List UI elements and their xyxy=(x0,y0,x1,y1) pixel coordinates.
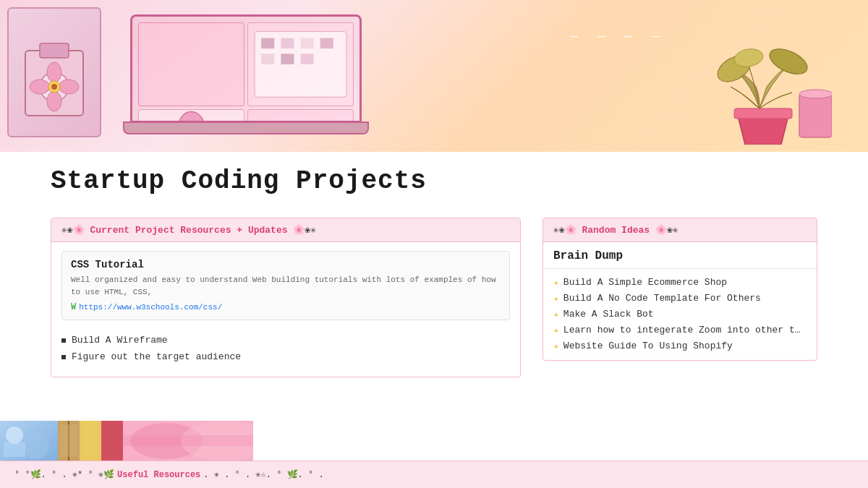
left-section-title: Current Project Resources + Updates xyxy=(90,225,287,236)
bullet-item-2-text: Figure out the target audience xyxy=(72,351,241,362)
svg-rect-33 xyxy=(4,442,25,457)
left-header-prefix-deco: ✳❀🌸 xyxy=(61,225,90,236)
svg-rect-1 xyxy=(40,43,69,58)
idea-text-4: Learn how to integerate Zoom into other … xyxy=(563,325,801,335)
banner-sparkles: — — — — xyxy=(570,29,665,43)
idea-item-1: ✦ Build A Simple Ecommerce Shop xyxy=(553,275,807,291)
sparkle-icon-1: ✦ xyxy=(553,277,559,288)
page-title: Startup Coding Projects xyxy=(51,166,817,196)
idea-list: ✦ Build A Simple Ecommerce Shop ✦ Build … xyxy=(543,269,817,360)
bottom-left-strip xyxy=(0,421,253,461)
columns-layout: ✳❀🌸 Current Project Resources + Updates … xyxy=(51,218,817,377)
svg-rect-39 xyxy=(101,421,123,461)
svg-point-32 xyxy=(23,433,49,459)
bullet-item-2: Figure out the target audience xyxy=(61,348,510,365)
link-card-title: CSS Tutorial xyxy=(71,259,501,270)
right-section-title: Random Ideas xyxy=(582,225,650,236)
svg-rect-12 xyxy=(301,38,314,49)
bullet-item-1: Build A Wireframe xyxy=(61,332,510,348)
svg-rect-13 xyxy=(320,38,333,49)
right-header-prefix-deco: ✳❀🌸 xyxy=(553,225,582,236)
link-card[interactable]: CSS Tutorial Well organized and easy to … xyxy=(61,251,510,320)
banner-left-decoration xyxy=(7,7,101,137)
bullet-item-1-text: Build A Wireframe xyxy=(72,335,168,346)
svg-point-28 xyxy=(799,90,832,98)
idea-text-3: Make A Slack Bot xyxy=(563,309,654,320)
right-header-suffix-deco: 🌸❀✳ xyxy=(650,225,678,236)
page-wrapper: — — — — xyxy=(0,0,868,488)
bottom-bar-text-before: ° °🌿. ° . ✳* ° ✳🌿 xyxy=(14,469,114,480)
left-section-box: ✳❀🌸 Current Project Resources + Updates … xyxy=(51,218,521,377)
sparkle-icon-2: ✦ xyxy=(553,293,559,304)
svg-rect-23 xyxy=(734,108,792,119)
banner-laptop-illustration xyxy=(94,7,398,145)
svg-point-4 xyxy=(47,91,61,111)
svg-point-6 xyxy=(59,80,79,94)
bottom-bar: ° °🌿. ° . ✳* ° ✳🌿 Useful Resources . ✳ .… xyxy=(0,461,868,488)
svg-point-31 xyxy=(6,427,23,444)
svg-rect-16 xyxy=(301,53,314,64)
main-content: Startup Coding Projects ✳❀🌸 Current Proj… xyxy=(0,152,868,377)
svg-rect-27 xyxy=(799,94,832,137)
strip-pink xyxy=(123,421,253,461)
link-card-url[interactable]: W https://www.w3schools.com/css/ xyxy=(71,302,501,312)
svg-rect-36 xyxy=(59,424,78,457)
svg-rect-14 xyxy=(261,53,274,64)
w3-icon: W xyxy=(71,302,76,312)
header-banner: — — — — xyxy=(0,0,868,152)
svg-point-5 xyxy=(30,80,50,94)
brain-dump-title: Brain Dump xyxy=(543,242,817,269)
link-card-description: Well organized and easy to understand We… xyxy=(71,274,501,298)
strip-blue xyxy=(0,421,58,461)
svg-rect-15 xyxy=(281,53,294,64)
sparkle-icon-3: ✦ xyxy=(553,309,559,320)
left-section-body: CSS Tutorial Well organized and easy to … xyxy=(51,242,520,377)
svg-rect-38 xyxy=(83,421,98,461)
right-section-header: ✳❀🌸 Random Ideas 🌸❀✳ xyxy=(543,218,817,242)
idea-item-3: ✦ Make A Slack Bot xyxy=(553,307,807,322)
strip-brown xyxy=(58,421,80,461)
sparkle-icon-4: ✦ xyxy=(553,325,559,336)
bullet-square-icon xyxy=(61,338,66,343)
left-column: ✳❀🌸 Current Project Resources + Updates … xyxy=(51,218,521,377)
right-column: ✳❀🌸 Random Ideas 🌸❀✳ Brain Dump ✦ Build … xyxy=(542,218,817,377)
svg-point-3 xyxy=(47,62,61,82)
svg-point-8 xyxy=(51,84,57,90)
idea-item-2: ✦ Build A No Code Template For Others xyxy=(553,291,807,307)
bottom-bar-text-after: . ✳ . ° . ✳☆. ° 🌿. ° . xyxy=(203,469,323,480)
svg-rect-11 xyxy=(281,38,294,49)
url-text: https://www.w3schools.com/css/ xyxy=(79,303,222,312)
idea-text-5: Website Guide To Using Shopify xyxy=(563,341,733,351)
bullet-list: Build A Wireframe Figure out the target … xyxy=(61,329,510,368)
strip-red xyxy=(101,421,123,461)
svg-point-25 xyxy=(766,43,812,79)
sparkle-icon-5: ✦ xyxy=(553,341,559,352)
plant-decoration xyxy=(687,14,832,145)
left-section-header: ✳❀🌸 Current Project Resources + Updates … xyxy=(51,218,520,242)
idea-text-2: Build A No Code Template For Others xyxy=(563,293,761,304)
strip-yellow xyxy=(80,421,101,461)
bullet-square-icon xyxy=(61,355,66,359)
svg-rect-10 xyxy=(261,38,274,49)
left-header-suffix-deco: 🌸❀✳ xyxy=(288,225,316,236)
idea-text-1: Build A Simple Ecommerce Shop xyxy=(563,277,727,288)
right-section-box: ✳❀🌸 Random Ideas 🌸❀✳ Brain Dump ✦ Build … xyxy=(542,218,817,361)
idea-item-4: ✦ Learn how to integerate Zoom into othe… xyxy=(553,322,807,338)
svg-rect-43 xyxy=(123,435,253,446)
idea-item-5: ✦ Website Guide To Using Shopify xyxy=(553,338,807,354)
bottom-bar-highlight: Useful Resources xyxy=(117,470,200,480)
